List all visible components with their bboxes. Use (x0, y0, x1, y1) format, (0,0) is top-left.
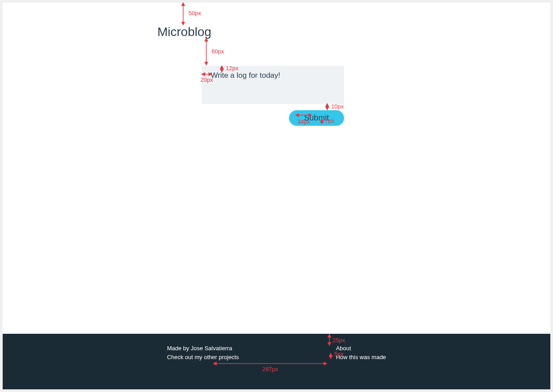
content-container: 50px Microblog 60px 12px (157, 3, 344, 126)
annotation-10px: 10px (324, 104, 330, 111)
footer-made-by: Made by Jose Salvatierra (167, 345, 336, 352)
footer-how-made-link[interactable]: How this was made (336, 354, 386, 360)
main-area: 50px Microblog 60px 12px (3, 3, 550, 334)
annotation-10px-label: 10px (331, 103, 344, 110)
annotation-50px-label: 50px (188, 10, 201, 16)
annotation-297px-label: 297px (262, 366, 278, 372)
form-wrap: 12px 20px 10px (202, 66, 344, 126)
footer-inner: Made by Jose Salvatierra Check out my ot… (167, 345, 386, 363)
footer-other-projects-link[interactable]: Check out my other projects (167, 354, 336, 360)
submit-row: Submit (202, 110, 344, 126)
page-title: Microblog (157, 25, 344, 39)
footer-col-right: About How this was made (336, 345, 386, 363)
annotation-60px-label: 60px (212, 48, 224, 55)
footer-col-left: Made by Jose Salvatierra Check out my ot… (167, 345, 336, 363)
page-root: 50px Microblog 60px 12px (3, 3, 550, 389)
footer: 25px 5px 297px Made by Jose Salvatierra … (3, 334, 550, 389)
submit-button[interactable]: Submit (289, 110, 344, 126)
footer-about-link[interactable]: About (336, 345, 386, 352)
log-textarea[interactable] (202, 66, 344, 104)
annotation-50px: 50px (179, 3, 188, 26)
annotation-25px-label: 25px (333, 337, 345, 344)
annotation-60px: 60px (202, 38, 211, 66)
